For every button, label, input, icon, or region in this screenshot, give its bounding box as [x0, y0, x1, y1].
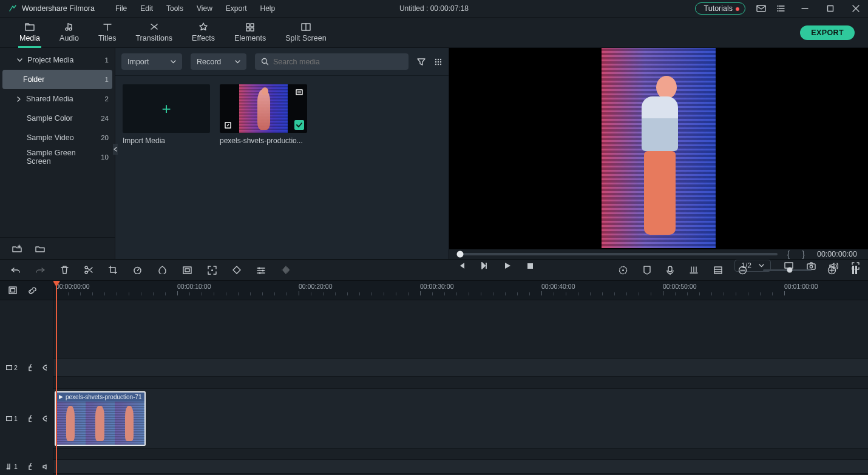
- lock-icon[interactable]: [29, 364, 32, 371]
- eye-icon[interactable]: [42, 365, 47, 371]
- svg-rect-46: [7, 366, 12, 370]
- tab-elements[interactable]: Elements: [225, 18, 276, 48]
- filter-icon[interactable]: [417, 58, 426, 66]
- maximize-button[interactable]: [822, 2, 839, 15]
- menu-help[interactable]: Help: [254, 2, 281, 15]
- svg-rect-9: [251, 24, 254, 27]
- track-lane-v1[interactable]: pexels-shvets-production-71: [53, 388, 868, 449]
- track-lane-a1[interactable]: [53, 459, 868, 474]
- svg-rect-27: [807, 264, 815, 269]
- motion-track-icon[interactable]: [208, 266, 217, 275]
- green-screen-icon[interactable]: [183, 266, 192, 274]
- tree-folder[interactable]: Folder1: [2, 70, 112, 89]
- lock-icon[interactable]: [29, 463, 32, 470]
- zoom-fit-icon[interactable]: [852, 266, 857, 274]
- svg-rect-33: [185, 269, 189, 272]
- timeline-clip[interactable]: pexels-shvets-production-71: [55, 391, 146, 446]
- new-folder-icon[interactable]: [35, 244, 45, 253]
- speed-icon[interactable]: [133, 266, 142, 274]
- grid-view-icon[interactable]: [434, 58, 442, 66]
- search-media[interactable]: [255, 53, 409, 70]
- svg-point-30: [85, 271, 87, 274]
- tab-titles[interactable]: Titles: [89, 18, 126, 48]
- playhead[interactable]: [56, 281, 57, 475]
- timeline-ruler[interactable]: 00:00:00:0000:00:10:0000:00:20:0000:00:3…: [53, 281, 868, 300]
- add-thumb[interactable]: +: [123, 84, 210, 133]
- menu-export[interactable]: Export: [220, 2, 253, 15]
- messages-icon[interactable]: [756, 4, 766, 13]
- step-back-icon[interactable]: [458, 262, 465, 269]
- svg-point-21: [438, 63, 439, 64]
- minimize-button[interactable]: [796, 2, 813, 15]
- doc-title: Untitled : 00:00:07:18: [399, 4, 469, 13]
- lock-icon[interactable]: [29, 415, 32, 422]
- new-folder-plus-icon[interactable]: [12, 244, 22, 253]
- clip-thumb[interactable]: [220, 84, 307, 133]
- play-pause-icon[interactable]: [481, 262, 488, 269]
- collapse-sidebar-icon[interactable]: [113, 144, 118, 155]
- audio-wave-icon[interactable]: [281, 266, 291, 274]
- crop-icon[interactable]: [109, 266, 117, 274]
- preview-stage[interactable]: [449, 48, 868, 249]
- mark-out-icon[interactable]: }: [799, 249, 807, 259]
- menu-file[interactable]: File: [109, 2, 133, 15]
- redo-icon[interactable]: [36, 266, 45, 274]
- stop-icon[interactable]: [527, 263, 534, 269]
- marker-icon[interactable]: [643, 266, 651, 275]
- tab-audio[interactable]: Audio: [50, 18, 89, 48]
- record-dropdown[interactable]: Record: [191, 53, 246, 70]
- voiceover-icon[interactable]: [666, 266, 674, 275]
- manage-tracks-icon[interactable]: [714, 266, 722, 274]
- import-media-tile[interactable]: +Import Media: [123, 84, 210, 145]
- list-icon[interactable]: [777, 4, 785, 13]
- export-button[interactable]: EXPORT: [800, 25, 855, 40]
- adjust-icon[interactable]: [257, 266, 265, 274]
- import-dropdown[interactable]: Import: [121, 53, 182, 70]
- timeline-tracks[interactable]: 00:00:00:0000:00:10:0000:00:20:0000:00:3…: [53, 281, 868, 475]
- zoom-out-icon[interactable]: [738, 266, 747, 275]
- zoom-slider[interactable]: [763, 269, 812, 271]
- svg-point-14: [435, 58, 436, 59]
- track-a1-label: 1: [6, 463, 18, 470]
- zoom-in-icon[interactable]: [827, 266, 836, 275]
- tab-transitions[interactable]: Transitions: [126, 18, 182, 48]
- undo-icon[interactable]: [11, 266, 20, 274]
- tree-shared-media[interactable]: Shared Media2: [0, 89, 115, 109]
- render-icon[interactable]: [619, 266, 628, 275]
- search-icon: [261, 58, 268, 66]
- timeline-select-icon[interactable]: [8, 286, 17, 294]
- delete-icon[interactable]: [61, 266, 69, 274]
- menu-tools[interactable]: Tools: [160, 2, 189, 15]
- ruler-tick: 00:00:30:00: [420, 283, 453, 290]
- scrub-track[interactable]: [460, 253, 778, 255]
- snapshot-icon[interactable]: [807, 262, 816, 270]
- eye-icon[interactable]: [42, 416, 47, 422]
- zoom-knob[interactable]: [787, 268, 793, 273]
- play-icon[interactable]: [504, 262, 511, 269]
- keyframe-icon[interactable]: [232, 266, 241, 274]
- expand-icon[interactable]: [223, 120, 232, 130]
- tutorials-button[interactable]: Tutorials: [695, 2, 745, 15]
- audio-mixer-icon[interactable]: [690, 266, 698, 274]
- timeline-link-icon[interactable]: [28, 286, 37, 295]
- scrub-handle[interactable]: [457, 251, 464, 258]
- close-button[interactable]: [847, 2, 864, 15]
- tree-sample-green-screen[interactable]: Sample Green Screen10: [0, 147, 115, 167]
- mark-in-icon[interactable]: {: [785, 249, 793, 259]
- tab-split[interactable]: Split Screen: [276, 18, 336, 48]
- menu-edit[interactable]: Edit: [134, 2, 159, 15]
- menu-view[interactable]: View: [191, 2, 219, 15]
- tab-effects[interactable]: Effects: [182, 18, 225, 48]
- plus-icon: +: [161, 99, 171, 118]
- tree-sample-video[interactable]: Sample Video20: [0, 128, 115, 147]
- tree-sample-color[interactable]: Sample Color24: [0, 109, 115, 128]
- track-header-a1: 1: [0, 459, 53, 474]
- tab-media[interactable]: Media: [10, 18, 50, 48]
- media-clip-tile[interactable]: pexels-shvets-productio...: [220, 84, 307, 145]
- color-icon[interactable]: [158, 266, 167, 274]
- search-input[interactable]: [273, 58, 402, 66]
- track-lane-v2[interactable]: [53, 359, 868, 377]
- split-icon[interactable]: [84, 266, 93, 274]
- speaker-icon[interactable]: [42, 463, 47, 470]
- tree-project-media[interactable]: Project Media1: [0, 50, 115, 70]
